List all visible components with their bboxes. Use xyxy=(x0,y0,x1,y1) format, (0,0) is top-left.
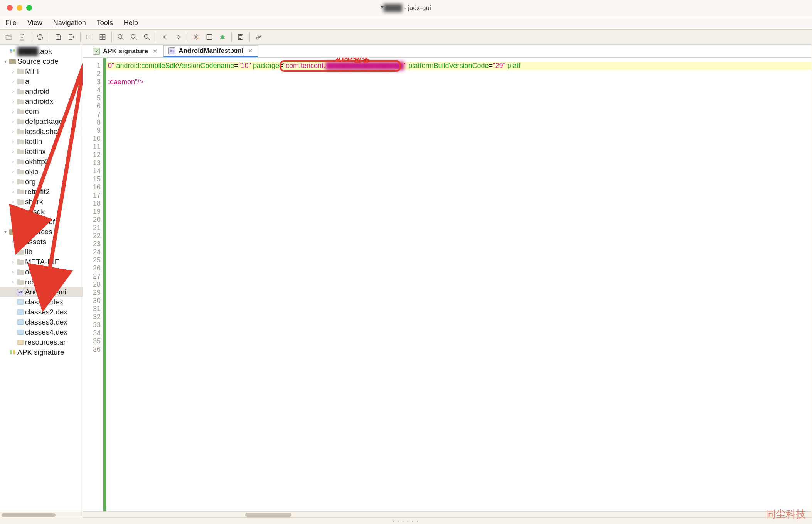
toolbar-separator xyxy=(111,32,112,42)
svg-line-10 xyxy=(148,38,150,40)
tree-package[interactable]: ›org xyxy=(0,177,83,187)
tree-resource-folder[interactable]: ›META-INF xyxy=(0,257,83,267)
code-content[interactable]: 0" android:compileSdkVersionCodename="10… xyxy=(106,58,812,511)
svg-line-16 xyxy=(220,38,221,39)
margin-bar xyxy=(103,58,106,511)
back-icon[interactable] xyxy=(159,31,171,43)
toolbar-separator xyxy=(31,32,31,42)
svg-rect-28 xyxy=(18,330,23,335)
svg-point-11 xyxy=(195,36,197,38)
tree-resource-file[interactable]: resources.ar xyxy=(0,337,83,347)
toolbar-separator xyxy=(187,32,187,42)
editor-tabs: ✓ APK signature ✕ MF AndroidManifest.xml… xyxy=(83,45,812,58)
tree-resource-folder[interactable]: ›lib xyxy=(0,247,83,257)
tree-resources[interactable]: ▾Resources xyxy=(0,227,83,237)
tab-apk-signature[interactable]: ✓ APK signature ✕ xyxy=(88,45,163,57)
deobfuscation-icon[interactable] xyxy=(204,31,215,43)
tree-resource-file[interactable]: classes.dex xyxy=(0,297,83,307)
close-icon[interactable]: ✕ xyxy=(153,48,158,55)
tree-resource-file[interactable]: classes4.dex xyxy=(0,327,83,337)
bug-icon[interactable] xyxy=(217,31,228,43)
tree-package[interactable]: ›okio xyxy=(0,167,83,177)
toolbar-separator xyxy=(249,32,250,42)
search-icon[interactable] xyxy=(115,31,126,43)
project-tree: ████.apk▾Source code›MTT›a›android›andro… xyxy=(0,45,83,518)
menu-file[interactable]: File xyxy=(5,19,17,27)
tree-horizontal-scrollbar[interactable] xyxy=(0,512,83,518)
tree-package[interactable]: ›okhttp3 xyxy=(0,157,83,167)
tree-package[interactable]: ›tmsdk xyxy=(0,207,83,217)
tab-label: AndroidManifest.xml xyxy=(179,47,243,55)
titlebar: *████ - jadx-gui xyxy=(0,0,812,16)
refresh-icon[interactable] xyxy=(34,31,46,43)
window-resize-grip[interactable]: • • • • • • xyxy=(0,518,812,524)
svg-rect-29 xyxy=(18,340,23,345)
tree-package[interactable]: ›com xyxy=(0,106,83,117)
svg-rect-1 xyxy=(100,34,102,37)
tree-package[interactable]: ›android xyxy=(0,86,83,96)
save-icon[interactable] xyxy=(52,31,64,43)
tree-package[interactable]: ›kotlin xyxy=(0,137,83,147)
close-icon[interactable]: ✕ xyxy=(248,47,253,54)
svg-line-17 xyxy=(224,38,225,39)
sync-flat-icon[interactable] xyxy=(84,31,95,43)
tree-package[interactable]: ›kotlinx xyxy=(0,147,83,157)
add-file-icon[interactable] xyxy=(16,31,28,43)
toolbar-separator xyxy=(231,32,232,42)
tree-package[interactable]: ›defpackage xyxy=(0,117,83,127)
tree-apk-signature[interactable]: APK signature xyxy=(0,347,83,357)
svg-rect-22 xyxy=(10,49,12,51)
toolbar-separator xyxy=(49,32,49,42)
tree-resource-file[interactable]: MFAndroidMani xyxy=(0,287,83,297)
find-class-icon[interactable] xyxy=(141,31,153,43)
svg-rect-30 xyxy=(10,350,12,354)
tree-resource-folder[interactable]: ›assets xyxy=(0,237,83,247)
tab-android-manifest[interactable]: MF AndroidManifest.xml ✕ xyxy=(163,45,258,57)
tree-root-apk[interactable]: ████.apk xyxy=(0,46,83,56)
svg-rect-24 xyxy=(10,52,12,53)
tree-resource-folder[interactable]: ›okhttp3 xyxy=(0,267,83,277)
window-title: *████ - jadx-gui xyxy=(0,4,812,12)
tree-package[interactable]: ›kcsdk.shell xyxy=(0,127,83,137)
tree-resource-file[interactable]: classes3.dex xyxy=(0,317,83,327)
manifest-icon: MF xyxy=(168,47,175,54)
toolbar-separator xyxy=(80,32,81,42)
sync-code-icon[interactable] xyxy=(97,31,108,43)
tree-package[interactable]: ›shark xyxy=(0,197,83,207)
find-comment-icon[interactable] xyxy=(128,31,140,43)
svg-line-6 xyxy=(122,38,124,40)
tree-source-code[interactable]: ▾Source code xyxy=(0,56,83,66)
menu-navigation[interactable]: Navigation xyxy=(53,19,86,27)
toolbar-separator xyxy=(156,32,156,42)
forward-icon[interactable] xyxy=(172,31,184,43)
settings-gear-icon[interactable] xyxy=(190,31,202,43)
tree-package[interactable]: ›tmsdkobf xyxy=(0,217,83,227)
svg-point-9 xyxy=(144,34,148,38)
menu-help[interactable]: Help xyxy=(124,19,138,27)
tree-package[interactable]: ›retrofit2 xyxy=(0,187,83,197)
svg-rect-4 xyxy=(103,37,105,40)
editor-horizontal-scrollbar[interactable] xyxy=(83,511,812,517)
log-icon[interactable] xyxy=(235,31,246,43)
tree-package[interactable]: ›androidx xyxy=(0,96,83,106)
svg-rect-26 xyxy=(18,310,23,314)
svg-rect-0 xyxy=(57,34,59,36)
svg-rect-2 xyxy=(103,34,105,37)
svg-point-5 xyxy=(118,34,122,38)
menu-tools[interactable]: Tools xyxy=(97,19,113,27)
watermark-text: 同尘科技 xyxy=(766,507,806,521)
wrench-icon[interactable] xyxy=(253,31,264,43)
svg-point-13 xyxy=(221,35,224,39)
tree-package[interactable]: ›a xyxy=(0,76,83,86)
open-folder-icon[interactable] xyxy=(3,31,15,43)
svg-rect-31 xyxy=(13,350,15,354)
tree-resource-folder[interactable]: ›res xyxy=(0,277,83,287)
menu-view[interactable]: View xyxy=(27,19,42,27)
tree-package[interactable]: ›MTT xyxy=(0,66,83,76)
svg-line-8 xyxy=(135,38,137,40)
svg-rect-3 xyxy=(100,37,102,40)
export-icon[interactable] xyxy=(66,31,77,43)
line-number-gutter: 1234567891011121314151617181920212223242… xyxy=(83,58,103,511)
code-editor[interactable]: 1234567891011121314151617181920212223242… xyxy=(83,58,812,511)
tree-resource-file[interactable]: classes2.dex xyxy=(0,307,83,317)
